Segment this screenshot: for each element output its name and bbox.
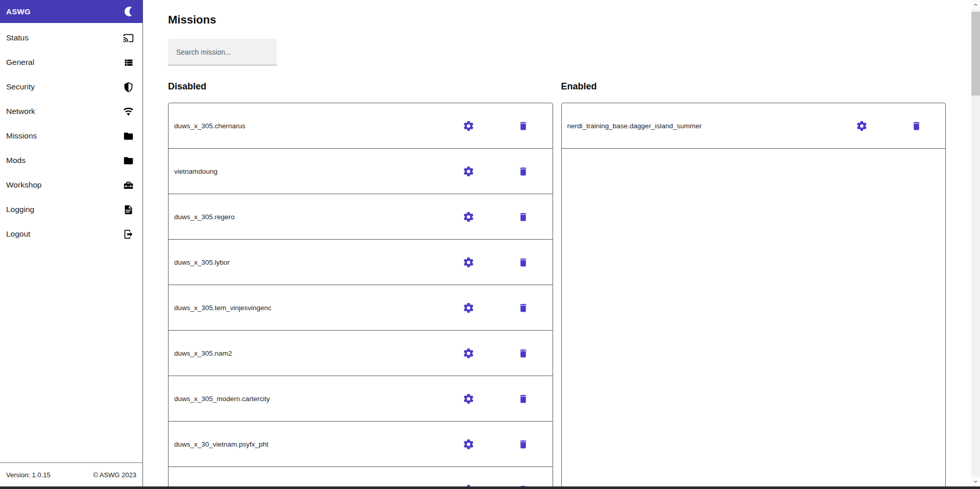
sidebar-item-general[interactable]: General [0,50,142,75]
sidebar-item-label: Logout [6,229,123,239]
vertical-scrollbar[interactable] [971,0,980,486]
sidebar: ASWG StatusGeneralSecurityNetworkMission… [0,0,143,486]
search-field [168,39,277,65]
mission-row: duws_x_305_modern.cartercity [169,376,553,422]
trash-icon [518,121,529,131]
gear-icon [463,211,474,223]
cast-icon [123,33,134,43]
gear-icon [463,438,474,450]
mission-row: duws_x_30_vietnam.psyfx_pht [169,422,553,467]
mission-row: duws_x_305.chernarus [169,103,553,149]
mission-delete-button[interactable] [514,389,533,408]
trash-icon [518,302,529,313]
mission-delete-button[interactable] [514,480,533,486]
sidebar-item-label: General [6,58,123,67]
scrollbar-thumb[interactable] [971,12,980,96]
app-root: ASWG StatusGeneralSecurityNetworkMission… [0,0,980,489]
disabled-missions-card: duws_x_305.chernarusvietnamdoungduws_x_3… [168,103,553,486]
mission-row: duws_x_305.nam2 [169,331,553,376]
scroll-down-button[interactable] [971,477,980,486]
folder-icon [123,131,134,142]
trash-icon [518,212,529,222]
copyright-text: © ASWG 2023 [93,471,136,479]
mission-delete-button[interactable] [514,253,533,271]
enabled-heading: Enabled [561,81,946,92]
mission-name: duws_x_305.chernarus [174,122,460,130]
trash-icon [518,166,529,177]
trash-icon [518,348,529,359]
sidebar-item-label: Status [6,33,123,42]
sidebar-header: ASWG [0,0,142,23]
gear-icon [463,347,474,359]
mission-row: duws_x_305.lybor [169,240,553,285]
mission-row: liberation_rv.sara [169,467,553,486]
mission-delete-button[interactable] [514,344,533,362]
mission-settings-button[interactable] [460,253,478,271]
sidebar-item-label: Logging [6,205,123,214]
sidebar-item-network[interactable]: Network [0,99,142,124]
folder-icon [123,155,134,166]
scroll-up-button[interactable] [971,0,980,10]
moon-icon [123,6,134,17]
mission-settings-button[interactable] [460,480,478,486]
sidebar-item-mods[interactable]: Mods [0,148,142,173]
gear-icon [463,166,474,177]
mission-settings-button[interactable] [460,435,478,453]
mission-settings-button[interactable] [460,207,478,226]
sidebar-item-label: Security [6,82,123,91]
mission-settings-button[interactable] [460,162,478,180]
mission-delete-button[interactable] [907,117,925,135]
main-content: Missions Disabled duws_x_305.chernarusvi… [143,0,971,486]
sidebar-item-missions[interactable]: Missions [0,124,142,148]
chevron-up-icon [972,2,979,8]
app-title: ASWG [6,7,121,16]
mission-row: nerdi_training_base.dagger_island_summer [562,103,946,149]
sidebar-nav: StatusGeneralSecurityNetworkMissionsMods… [0,23,142,246]
search-input[interactable] [168,39,277,65]
mission-row: vietnamdoung [169,149,553,194]
chevron-down-icon [972,478,979,485]
mission-name: vietnamdoung [174,168,460,175]
mission-settings-button[interactable] [460,389,478,408]
sidebar-item-status[interactable]: Status [0,26,142,50]
mission-settings-button[interactable] [852,117,871,135]
mission-settings-button[interactable] [460,298,478,317]
logout-icon [123,229,134,240]
trash-icon [518,393,529,404]
trash-icon [518,257,529,268]
mission-delete-button[interactable] [514,207,533,226]
mission-row: duws_x_305.tem_vinjesvingenc [169,285,553,331]
wifi-icon [123,106,134,117]
sidebar-item-label: Mods [6,156,123,165]
sidebar-item-logout[interactable]: Logout [0,222,142,246]
sidebar-item-label: Missions [6,131,123,141]
dark-mode-toggle[interactable] [121,5,135,19]
mission-delete-button[interactable] [514,298,533,317]
mission-name: duws_x_305.nam2 [174,350,460,357]
enabled-section: Enabled nerdi_training_base.dagger_islan… [561,81,946,486]
mission-settings-button[interactable] [460,344,478,362]
gear-icon [463,302,474,314]
sidebar-item-label: Network [6,107,123,116]
enabled-missions-card: nerdi_training_base.dagger_island_summer [561,103,946,486]
mission-columns: Disabled duws_x_305.chernarusvietnamdoun… [168,81,946,486]
mission-name: duws_x_305_modern.cartercity [174,395,460,403]
mission-name: duws_x_30_vietnam.psyfx_pht [174,440,460,448]
mission-delete-button[interactable] [514,162,533,180]
sidebar-footer: Version: 1.0.15 © ASWG 2023 [0,462,142,486]
document-icon [123,204,134,215]
mission-name: duws_x_305.tem_vinjesvingenc [174,304,460,312]
version-text: Version: 1.0.15 [6,471,51,479]
mission-row: duws_x_305.regero [169,194,553,240]
sidebar-item-workshop[interactable]: Workshop [0,173,142,197]
sidebar-item-label: Workshop [6,180,123,190]
mission-delete-button[interactable] [514,117,533,135]
mission-name: duws_x_305.regero [174,213,460,221]
mission-settings-button[interactable] [460,117,478,135]
mission-delete-button[interactable] [514,435,533,453]
sidebar-item-security[interactable]: Security [0,75,142,99]
gear-icon [463,393,474,405]
mission-name: duws_x_305.lybor [174,259,460,266]
toolbox-icon [123,180,134,191]
sidebar-item-logging[interactable]: Logging [0,197,142,222]
